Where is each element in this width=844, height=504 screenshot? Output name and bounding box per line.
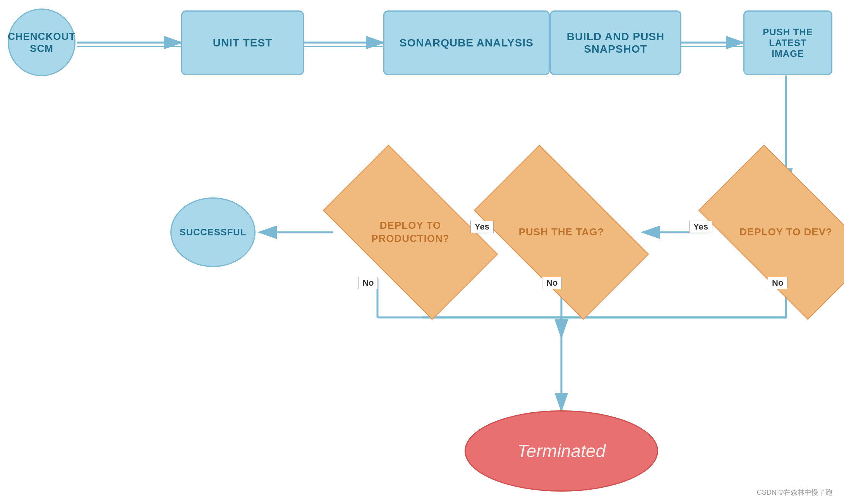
unit-test-label: UNIT TEST	[213, 37, 273, 49]
checkout-scm-node: CHENCKOUT SCM	[8, 9, 75, 76]
terminated-node: Terminated	[465, 410, 658, 492]
watermark: CSDN ©在森林中慢了跑	[757, 488, 832, 497]
no-label-3: No	[768, 277, 787, 289]
build-push-node: BUILD AND PUSH SNAPSHOT	[550, 10, 681, 75]
checkout-label: CHENCKOUT SCM	[8, 31, 75, 55]
deploy-dev-node: DEPLOY TO DEV?	[708, 186, 844, 279]
yes-label-2: Yes	[470, 221, 494, 233]
yes-label-1: Yes	[689, 221, 712, 233]
successful-node: SUCCESSFUL	[170, 197, 256, 267]
build-push-label: BUILD AND PUSH SNAPSHOT	[567, 31, 665, 55]
deploy-dev-diamond	[698, 145, 844, 320]
no-label-1: No	[358, 277, 378, 289]
flowchart: CHENCKOUT SCM UNIT TEST SONARQUBE ANALYS…	[0, 0, 844, 504]
successful-label: SUCCESSFUL	[180, 227, 247, 238]
terminated-label: Terminated	[517, 441, 606, 461]
push-tag-diamond	[474, 145, 649, 320]
no-label-2: No	[542, 277, 562, 289]
push-tag-node: PUSH THE TAG?	[484, 186, 639, 279]
sonarqube-node: SONARQUBE ANALYSIS	[383, 10, 550, 75]
push-latest-label: PUSH THE LATEST IMAGE	[745, 27, 831, 59]
sonarqube-label: SONARQUBE ANALYSIS	[400, 37, 534, 49]
deploy-prod-node: DEPLOY TO PRODUCTION?	[333, 186, 488, 279]
push-latest-node: PUSH THE LATEST IMAGE	[743, 10, 832, 75]
unit-test-node: UNIT TEST	[181, 10, 304, 75]
